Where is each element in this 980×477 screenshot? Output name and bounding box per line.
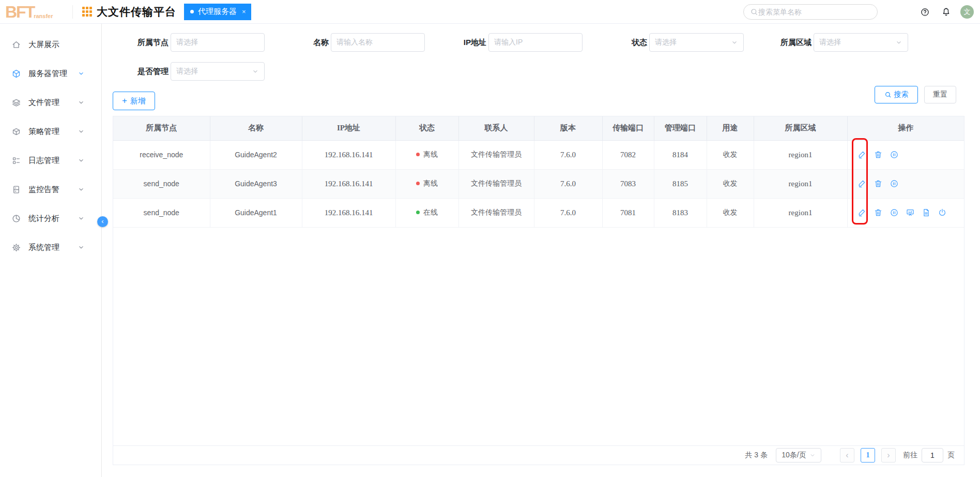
tab-active-dot-icon	[190, 10, 194, 13]
cell: region1	[754, 198, 847, 227]
filter-managed-select[interactable]: 请选择	[171, 62, 265, 81]
page-size-value: 10条/页	[782, 451, 806, 460]
sidebar-item-monitoring[interactable]: 监控告警	[0, 175, 101, 204]
doc-icon[interactable]	[922, 208, 931, 217]
reset-button[interactable]: 重置	[924, 86, 956, 103]
plus-icon: +	[122, 96, 127, 106]
next-page-button[interactable]: ›	[881, 448, 896, 463]
page-size-select[interactable]: 10条/页	[776, 448, 821, 463]
filter-region-select[interactable]: 请选择	[814, 33, 908, 52]
sidebar-item-logs[interactable]: 日志管理	[0, 146, 101, 175]
cell: region1	[754, 140, 847, 169]
main-content: 所属节点请选择名称请输入名称IP地址请输入IP状态请选择所属区域请选择是否管理请…	[102, 24, 980, 477]
chev-icon	[731, 39, 738, 46]
cell: 8184	[654, 140, 707, 169]
gear-icon	[11, 243, 21, 252]
add-button[interactable]: + 新增	[113, 92, 155, 110]
sidebar-item-dashboard[interactable]: 大屏展示	[0, 30, 101, 59]
status-text: 离线	[423, 179, 438, 187]
edit-icon[interactable]	[858, 208, 867, 217]
column-header: 版本	[534, 116, 602, 140]
cell: 8183	[654, 198, 707, 227]
sidebar-item-label: 日志管理	[28, 156, 78, 166]
tab-proxy-server[interactable]: 代理服务器 ×	[184, 4, 251, 20]
goto-page-input[interactable]	[922, 448, 943, 463]
top-header: BFT ransfer 大文件传输平台 代理服务器 × 文	[0, 0, 980, 24]
delete-icon[interactable]	[874, 179, 883, 188]
cell: GuideAgent3	[210, 169, 302, 198]
delete-icon[interactable]	[874, 208, 883, 217]
menu-search-input[interactable]	[758, 8, 871, 16]
status-dot-icon	[416, 211, 420, 214]
actions-cell	[847, 169, 964, 198]
cell: GuideAgent2	[210, 140, 302, 169]
chevron-down-icon	[78, 157, 85, 164]
edit-icon[interactable]	[858, 179, 867, 188]
search-icon	[884, 91, 892, 98]
filter-status-select[interactable]: 请选择	[649, 33, 744, 52]
status-dot-icon	[416, 182, 420, 185]
column-header: 操作	[847, 116, 964, 140]
edit-icon[interactable]	[858, 150, 867, 159]
cell: GuideAgent1	[210, 198, 302, 227]
filter-label-region: 所属区域	[760, 33, 811, 52]
pause-icon[interactable]	[890, 208, 899, 217]
filter-node-input[interactable]: 请选择	[171, 33, 265, 52]
log-icon	[11, 156, 21, 166]
tab-close-icon[interactable]: ×	[242, 8, 246, 16]
filter-label-ip: IP地址	[435, 33, 486, 52]
filter-name-input[interactable]: 请输入名称	[331, 33, 425, 52]
prev-page-button[interactable]: ‹	[840, 448, 854, 463]
power-icon[interactable]	[938, 208, 947, 217]
pagination: 共 3 条 10条/页 ‹ 1 › 前往 页	[113, 445, 964, 465]
search-button[interactable]: 搜索	[875, 86, 918, 103]
actions-cell	[847, 140, 964, 169]
pause-icon[interactable]	[890, 150, 899, 159]
cell: send_node	[113, 169, 210, 198]
pause-icon[interactable]	[890, 179, 899, 188]
bell-icon[interactable]	[941, 7, 951, 17]
monitor-icon[interactable]	[906, 208, 915, 217]
column-header: 传输端口	[602, 116, 654, 140]
filter-label-managed: 是否管理	[117, 62, 169, 81]
cell: 文件传输管理员	[458, 198, 534, 227]
topbar-right: 文	[743, 0, 974, 24]
sidebar-item-servers[interactable]: 服务器管理	[0, 59, 101, 88]
goto-label: 前往	[903, 451, 917, 460]
help-icon[interactable]	[920, 7, 930, 17]
cell: 192.168.16.141	[302, 140, 395, 169]
sidebar-item-files[interactable]: 文件管理	[0, 88, 101, 117]
chevron-down-icon	[78, 186, 85, 193]
cell: 7081	[602, 198, 654, 227]
status-dot-icon	[416, 153, 420, 156]
filter-ip-input[interactable]: 请输入IP	[488, 33, 583, 52]
header-divider	[72, 5, 73, 19]
page-number-button[interactable]: 1	[861, 448, 875, 463]
delete-icon[interactable]	[874, 150, 883, 159]
sidebar-item-system[interactable]: 系统管理	[0, 233, 101, 262]
reset-button-label: 重置	[933, 90, 947, 99]
action-buttons	[858, 208, 964, 217]
servers-table: 所属节点名称IP地址状态联系人版本传输端口管理端口用途所属区域操作receive…	[113, 116, 964, 228]
cell: 文件传输管理员	[458, 140, 534, 169]
cell: receive_node	[113, 140, 210, 169]
cell: 7.6.0	[534, 169, 602, 198]
cell: 收发	[707, 198, 754, 227]
status-cell: 在线	[395, 198, 458, 227]
avatar[interactable]: 文	[960, 5, 974, 19]
sidebar-collapse-button[interactable]: ‹	[97, 216, 108, 227]
action-buttons	[858, 179, 964, 188]
menu-search[interactable]	[743, 4, 878, 20]
column-header: 名称	[210, 116, 302, 140]
sidebar-item-label: 文件管理	[28, 98, 78, 108]
sidebar-item-statistics[interactable]: 统计分析	[0, 204, 101, 233]
status-text: 离线	[423, 150, 438, 158]
cell: region1	[754, 169, 847, 198]
chevron-down-icon	[78, 99, 85, 106]
sidebar-item-strategy[interactable]: 策略管理	[0, 117, 101, 146]
table-header-row: 所属节点名称IP地址状态联系人版本传输端口管理端口用途所属区域操作	[113, 116, 964, 140]
table-row: send_nodeGuideAgent3192.168.16.141离线文件传输…	[113, 169, 964, 198]
home-icon	[11, 40, 21, 50]
logo-text: BFT	[5, 4, 34, 20]
chevron-down-icon	[78, 70, 85, 77]
